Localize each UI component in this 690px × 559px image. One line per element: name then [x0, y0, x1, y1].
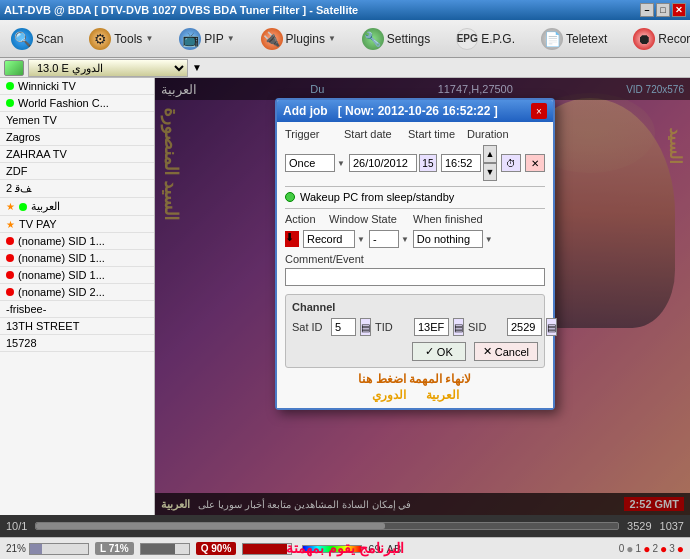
channel-name: ZDF: [6, 165, 27, 177]
duration-button[interactable]: ⏱: [501, 154, 521, 172]
time-up-button[interactable]: ▲: [483, 145, 497, 163]
channel-list[interactable]: Winnicki TV World Fashion C... Yemen TV …: [0, 78, 155, 515]
channel-section: Channel Sat ID ▤ TID ▤ SID ▤: [285, 294, 545, 368]
dialog-close-button[interactable]: ×: [531, 103, 547, 119]
window-state-label: Window State: [329, 213, 409, 225]
video-area: السيد المنصورة السيد المنصورة السيد وقت …: [155, 78, 690, 515]
when-finished-input[interactable]: [413, 230, 483, 248]
main-area: Winnicki TV World Fashion C... Yemen TV …: [0, 78, 690, 515]
q-bar: [242, 543, 292, 555]
maximize-button[interactable]: □: [656, 3, 670, 17]
tid-browse[interactable]: ▤: [453, 318, 464, 336]
minimize-button[interactable]: –: [640, 3, 654, 17]
action-header-row: Action Window State When finished: [285, 213, 545, 225]
channel-name: (noname) SID 1...: [18, 252, 105, 264]
start-date-input[interactable]: [349, 154, 417, 172]
separator2: [285, 208, 545, 209]
settings-button[interactable]: 🔧 Settings: [355, 24, 437, 54]
window-state-input[interactable]: [369, 230, 399, 248]
list-item[interactable]: 13TH STREET: [0, 318, 154, 335]
action-dropdown[interactable]: ▼: [357, 235, 365, 244]
channel-name: ﻒﻗ 2: [6, 182, 31, 195]
calendar-button[interactable]: 15: [419, 154, 437, 172]
channel-name: World Fashion C...: [18, 97, 109, 109]
cancel-button[interactable]: ✕ Cancel: [474, 342, 538, 361]
teletext-label: Teletext: [566, 32, 607, 46]
tid-label: TID: [375, 321, 410, 333]
list-item[interactable]: 15728: [0, 335, 154, 352]
list-item[interactable]: Yemen TV: [0, 112, 154, 129]
start-time-combo: ▲ ▼: [441, 145, 497, 181]
trigger-dropdown[interactable]: ▼: [337, 159, 345, 168]
favorite-star: ★: [6, 219, 15, 230]
list-item[interactable]: (noname) SID 2...: [0, 284, 154, 301]
level-bar: [29, 543, 89, 555]
list-item[interactable]: World Fashion C...: [0, 95, 154, 112]
window-state-combo[interactable]: ▼: [369, 230, 409, 248]
tools-button[interactable]: ⚙ Tools ▼: [82, 24, 160, 54]
pip-label: PIP: [204, 32, 223, 46]
comment-input[interactable]: [285, 268, 545, 286]
when-finished-combo[interactable]: ▼: [413, 230, 493, 248]
list-item[interactable]: (noname) SID 1...: [0, 267, 154, 284]
wakeup-indicator: [285, 192, 295, 202]
channel-dot: [6, 82, 14, 90]
action-input[interactable]: [303, 230, 355, 248]
channel-dot: [6, 271, 14, 279]
pip-button[interactable]: 📺 PIP ▼: [172, 24, 241, 54]
sat-id-input[interactable]: [331, 318, 356, 336]
list-item[interactable]: Winnicki TV: [0, 78, 154, 95]
epg-button[interactable]: EPG E.P.G.: [449, 24, 522, 54]
action-combo[interactable]: ⬇ ▼: [285, 230, 365, 248]
settings-icon: 🔧: [362, 28, 384, 50]
level-pct-label: 21%: [6, 543, 26, 554]
list-item[interactable]: ★ TV PAY: [0, 216, 154, 233]
window-state-dropdown[interactable]: ▼: [401, 235, 409, 244]
list-item[interactable]: ﻒﻗ 2: [0, 180, 154, 198]
dialog-title: Add job [ Now: 2012-10-26 16:52:22 ]: [283, 104, 498, 118]
channel-dot: [6, 288, 14, 296]
scan-button[interactable]: 🔍 Scan: [4, 24, 70, 54]
list-item[interactable]: Zagros: [0, 129, 154, 146]
sid-browse[interactable]: ▤: [546, 318, 557, 336]
window-title: ALT-DVB @ BDA [ DTV-DVB 1027 DVBS BDA Tu…: [4, 4, 358, 16]
comment-label: Comment/Event: [285, 253, 545, 265]
ok-button[interactable]: ✓ OK: [412, 342, 466, 361]
plugins-button[interactable]: 🔌 Plugins ▼: [254, 24, 343, 54]
trigger-input[interactable]: [285, 154, 335, 172]
when-finished-label: When finished: [413, 213, 483, 225]
list-item[interactable]: ★ العربية: [0, 198, 154, 216]
tid-input[interactable]: [414, 318, 449, 336]
duration-end-button[interactable]: ✕: [525, 154, 545, 172]
sat-id-browse[interactable]: ▤: [360, 318, 371, 336]
scroll-bar[interactable]: [35, 522, 619, 530]
record-button[interactable]: ⏺ Record ▼: [626, 24, 690, 54]
when-finished-dropdown[interactable]: ▼: [485, 235, 493, 244]
time-down-button[interactable]: ▼: [483, 163, 497, 181]
list-item[interactable]: ZAHRAA TV: [0, 146, 154, 163]
start-time-input[interactable]: [441, 154, 481, 172]
bottom-annotation: البرنامج يقوم بمهمتة: [286, 540, 404, 556]
list-item[interactable]: (noname) SID 1...: [0, 250, 154, 267]
arabic-ch2: العربية: [426, 388, 459, 402]
sat-id-label: Sat ID: [292, 321, 327, 333]
sid-label: SID: [468, 321, 503, 333]
count1: 3529: [627, 520, 651, 532]
sid-input[interactable]: [507, 318, 542, 336]
add-job-dialog: Add job [ Now: 2012-10-26 16:52:22 ] × T…: [275, 98, 555, 410]
tools-icon: ⚙: [89, 28, 111, 50]
plugins-label: Plugins: [286, 32, 325, 46]
list-item[interactable]: ZDF: [0, 163, 154, 180]
channel-name: Yemen TV: [6, 114, 57, 126]
dialog-title-bar: Add job [ Now: 2012-10-26 16:52:22 ] ×: [277, 100, 553, 122]
close-button[interactable]: ✕: [672, 3, 686, 17]
page-indicator: 10/1: [6, 520, 27, 532]
satellite-selector[interactable]: 13.0 E الدوري: [28, 59, 188, 77]
list-item[interactable]: (noname) SID 1...: [0, 233, 154, 250]
action-record-icon: ⬇: [285, 231, 299, 247]
action-label: Action: [285, 213, 325, 225]
lq-fill: [141, 544, 175, 554]
list-item[interactable]: -frisbee-: [0, 301, 154, 318]
teletext-button[interactable]: 📄 Teletext: [534, 24, 614, 54]
trigger-combo[interactable]: ▼: [285, 154, 345, 172]
